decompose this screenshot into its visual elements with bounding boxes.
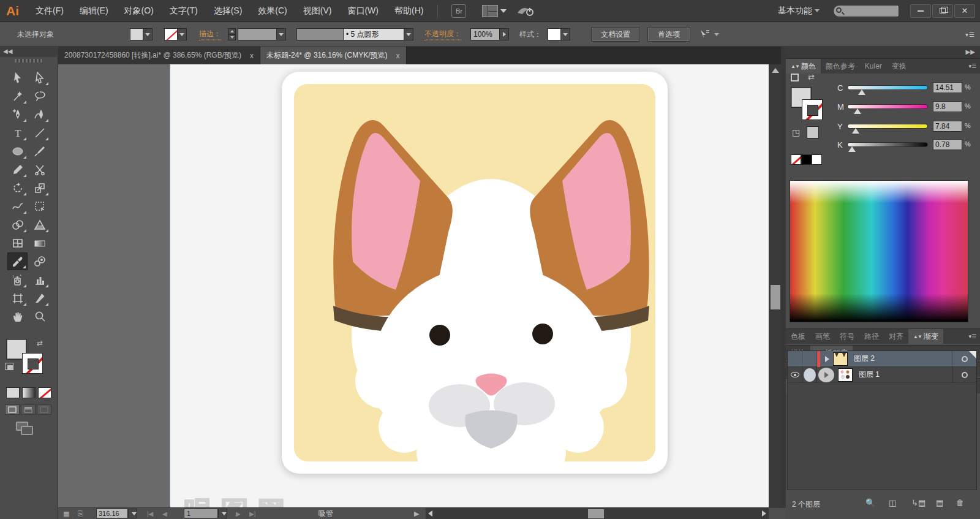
stroke-weight-link[interactable]: 描边：	[199, 29, 221, 40]
search-layers-icon[interactable]: 🔍	[865, 498, 875, 507]
tab-brushes[interactable]: 画笔	[810, 329, 835, 344]
tab-swatches[interactable]: 色板	[786, 329, 810, 344]
layer-thumbnail[interactable]	[838, 368, 853, 382]
tool-blend[interactable]	[29, 252, 50, 270]
cyan-slider[interactable]: C 14.51 %	[837, 82, 978, 94]
layer-name[interactable]: 图层 1	[859, 369, 880, 380]
arrange-documents-dropdown[interactable]	[500, 9, 507, 13]
next-artboard-icon[interactable]: ▶	[236, 510, 241, 517]
delete-layer-icon[interactable]: 🗑	[956, 498, 964, 507]
first-artboard-icon[interactable]: |◀	[147, 510, 153, 517]
layer-row-1[interactable]: 图层 1	[788, 367, 976, 383]
select-similar-icon[interactable]	[698, 29, 719, 40]
control-panel-menu-icon[interactable]: ▾☰	[965, 31, 975, 38]
tab-align[interactable]: 对齐	[884, 329, 908, 344]
stroke-color-control[interactable]	[164, 28, 187, 40]
artboard-number-field[interactable]: 1	[184, 509, 218, 518]
scroll-right-icon[interactable]	[762, 510, 766, 517]
horizontal-scrollbar[interactable]	[426, 508, 769, 519]
tool-lasso[interactable]	[29, 87, 50, 105]
vertical-scroll-thumb[interactable]	[771, 285, 780, 309]
new-layer-icon[interactable]: ▤	[936, 498, 943, 507]
screen-mode-normal[interactable]	[5, 404, 20, 415]
tab-gradient[interactable]: ▲▼渐变	[908, 329, 943, 344]
close-tab-icon[interactable]: x	[250, 51, 254, 60]
tool-artboard[interactable]	[7, 289, 28, 307]
target-cell[interactable]	[952, 367, 976, 383]
tool-slice[interactable]	[29, 289, 50, 307]
lock-cell[interactable]	[802, 367, 817, 383]
toolbar-grip[interactable]	[15, 59, 43, 63]
brush-definition-select[interactable]: • 5 点圆形	[343, 28, 413, 40]
tool-shape-builder[interactable]	[7, 216, 28, 233]
vertical-scrollbar[interactable]	[769, 64, 781, 507]
tool-free-transform[interactable]	[29, 197, 50, 215]
tool-magic-wand[interactable]	[7, 87, 28, 105]
tool-column-graph[interactable]	[29, 271, 50, 289]
tool-width[interactable]	[7, 197, 28, 215]
stroke-weight-select[interactable]	[238, 28, 286, 40]
preferences-button[interactable]: 首选项	[648, 28, 690, 41]
stroke-weight-stepper[interactable]	[228, 28, 236, 40]
tool-hand[interactable]	[7, 308, 28, 325]
tool-paintbrush[interactable]	[29, 142, 50, 160]
opacity-field[interactable]: 100%	[470, 28, 509, 40]
search-input[interactable]	[833, 5, 899, 17]
layer-name[interactable]: 图层 2	[854, 354, 875, 364]
visibility-cell[interactable]	[788, 351, 802, 367]
document-tab-1[interactable]: 2008730172458860 [转换].ai* @ 386.65% (RGB…	[58, 47, 260, 64]
menu-window[interactable]: 窗口(W)	[339, 0, 386, 21]
collapse-panels-icon[interactable]: ▶▶	[786, 47, 980, 58]
layer-thumbnail[interactable]	[833, 352, 848, 366]
none-mode-button[interactable]	[38, 387, 51, 398]
zoom-dropdown-icon[interactable]	[128, 509, 137, 518]
stroke-swatch[interactable]	[22, 353, 43, 374]
gradient-mode-button[interactable]	[22, 387, 36, 398]
canvas[interactable]: 昵图网	[58, 64, 769, 507]
restore-button[interactable]	[932, 4, 953, 18]
scroll-left-icon[interactable]	[428, 510, 432, 517]
tool-direct-selection[interactable]	[29, 69, 50, 86]
style-swatch[interactable]	[548, 28, 570, 40]
tool-symbol-sprayer[interactable]	[7, 271, 28, 289]
tool-mesh[interactable]	[7, 234, 28, 252]
bridge-button[interactable]: Br	[451, 4, 466, 18]
artboard-dropdown-icon[interactable]	[218, 509, 227, 518]
menu-view[interactable]: 视图(V)	[295, 0, 340, 21]
swap-fill-stroke-icon[interactable]: ⇄	[37, 339, 43, 347]
panel-menu-icon[interactable]: ▾☰	[968, 63, 976, 69]
menu-file[interactable]: 文件(F)	[28, 0, 72, 21]
fill-color-control[interactable]	[130, 28, 153, 40]
yellow-slider[interactable]: Y 7.84 %	[837, 121, 978, 133]
new-sublayer-icon[interactable]: ↳▤	[911, 498, 925, 507]
status-icon-1[interactable]: ▦	[63, 510, 69, 518]
document-tab-2[interactable]: 未标题-24* @ 316.16% (CMYK/预览)x	[260, 47, 407, 64]
tab-color-guide[interactable]: 颜色参考	[821, 59, 860, 74]
menu-type[interactable]: 文字(T)	[162, 0, 206, 21]
magenta-slider[interactable]: M 9.8 %	[837, 101, 978, 113]
tool-curvature-pen[interactable]	[29, 105, 50, 123]
tool-scissors[interactable]	[29, 161, 50, 178]
opacity-link[interactable]: 不透明度：	[424, 29, 461, 40]
arrange-documents-icon[interactable]	[482, 5, 498, 17]
artboard-artwork[interactable]	[282, 72, 668, 474]
lock-cell[interactable]	[802, 351, 817, 367]
tab-symbols[interactable]: 符号	[835, 329, 859, 344]
tab-color[interactable]: ▲▼颜色	[786, 59, 821, 74]
toolbar-collapse-icon[interactable]: ◀◀	[0, 47, 58, 57]
panel-menu-icon[interactable]: ▾☰	[968, 333, 976, 339]
scroll-up-icon[interactable]	[772, 68, 779, 73]
document-setup-button[interactable]: 文档设置	[592, 28, 639, 41]
menu-effect[interactable]: 效果(C)	[250, 0, 295, 21]
tool-selection[interactable]	[7, 69, 28, 86]
last-artboard-icon[interactable]: ▶|	[249, 510, 255, 517]
status-expand-icon[interactable]: ▶	[414, 510, 419, 518]
zoom-level-field[interactable]: 316.16	[96, 509, 128, 518]
tool-ellipse[interactable]	[7, 142, 28, 160]
menu-select[interactable]: 选择(S)	[206, 0, 251, 21]
layer-row-2[interactable]: 图层 2	[788, 351, 976, 367]
screen-mode-fullscreen[interactable]	[37, 404, 51, 415]
visibility-cell[interactable]	[788, 367, 802, 383]
menu-object[interactable]: 对象(O)	[116, 0, 162, 21]
expand-icon[interactable]	[825, 356, 829, 362]
